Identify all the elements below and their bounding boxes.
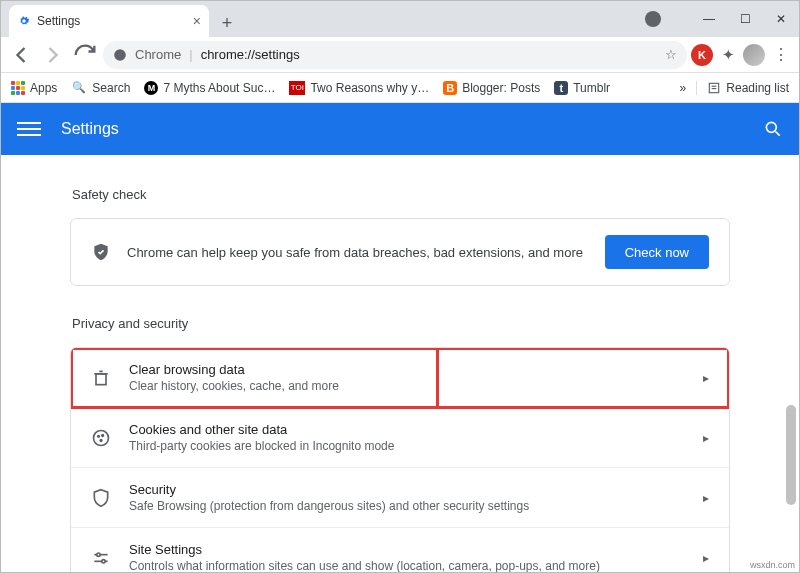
bookmark-two-reasons[interactable]: TOI Two Reasons why y… [289, 81, 429, 95]
chrome-menu-button[interactable]: ⋮ [769, 45, 793, 64]
trash-icon [91, 368, 111, 388]
gear-icon [17, 14, 31, 28]
chevron-right-icon: ▸ [703, 371, 709, 385]
row-subtitle: Safe Browsing (protection from dangerous… [129, 499, 685, 513]
blogger-icon: B [443, 81, 457, 95]
browser-tab[interactable]: Settings × [9, 5, 209, 37]
settings-content: Safety check Chrome can help keep you sa… [1, 155, 799, 572]
bookmarks-overflow-button[interactable]: » [680, 81, 687, 95]
cookie-icon [91, 428, 111, 448]
extension-k-icon[interactable]: K [691, 44, 713, 66]
bookmark-apps[interactable]: Apps [11, 81, 57, 95]
svg-point-10 [98, 435, 100, 437]
privacy-heading: Privacy and security [72, 316, 730, 331]
settings-search-button[interactable] [763, 119, 783, 139]
toi-icon: TOI [289, 81, 305, 95]
back-button[interactable] [7, 41, 35, 69]
incognito-avatar-icon[interactable] [645, 11, 661, 27]
shield-icon [91, 488, 111, 508]
url-text: chrome://settings [201, 47, 300, 62]
watermark: wsxdn.com [750, 560, 795, 570]
close-tab-icon[interactable]: × [193, 13, 201, 29]
search-icon: 🔍 [71, 80, 87, 96]
scrollbar-thumb[interactable] [786, 405, 796, 505]
site-info-icon[interactable] [113, 48, 127, 62]
cookies-row[interactable]: Cookies and other site data Third-party … [71, 408, 729, 468]
new-tab-button[interactable]: + [213, 9, 241, 37]
row-title: Security [129, 482, 685, 497]
bookmark-blogger[interactable]: B Blogger: Posts [443, 81, 540, 95]
profile-avatar-icon[interactable] [743, 44, 765, 66]
site-settings-row[interactable]: Site Settings Controls what information … [71, 528, 729, 572]
bookmark-star-icon[interactable]: ☆ [665, 47, 677, 62]
bookmarks-bar: Apps 🔍 Search M 7 Myths About Suc… TOI T… [1, 73, 799, 103]
row-subtitle: Third-party cookies are blocked in Incog… [129, 439, 685, 453]
forward-button[interactable] [39, 41, 67, 69]
chevron-right-icon: ▸ [703, 431, 709, 445]
shield-check-icon [91, 242, 111, 262]
svg-point-9 [94, 430, 109, 445]
hamburger-menu-button[interactable] [17, 117, 41, 141]
row-subtitle: Controls what information sites can use … [129, 559, 685, 572]
chevron-right-icon: ▸ [703, 551, 709, 565]
window-close-button[interactable]: ✕ [763, 5, 799, 33]
reading-list-icon [707, 81, 721, 95]
tab-title: Settings [37, 14, 80, 28]
address-bar[interactable]: Chrome | chrome://settings ☆ [103, 41, 687, 69]
tumblr-icon: t [554, 81, 568, 95]
url-chip: Chrome [135, 47, 181, 62]
row-title: Clear browsing data [129, 362, 685, 377]
svg-point-15 [97, 553, 100, 556]
sliders-icon [91, 548, 111, 568]
svg-point-16 [102, 559, 105, 562]
medium-icon: M [144, 81, 158, 95]
apps-grid-icon [11, 81, 25, 95]
safety-check-heading: Safety check [72, 187, 730, 202]
window-titlebar: Settings × + — ☐ ✕ [1, 1, 799, 37]
privacy-list: Clear browsing data Clear history, cooki… [70, 347, 730, 572]
svg-point-11 [102, 434, 104, 436]
bookmark-search[interactable]: 🔍 Search [71, 80, 130, 96]
page-title: Settings [61, 120, 119, 138]
browser-toolbar: Chrome | chrome://settings ☆ K ✦ ⋮ [1, 37, 799, 73]
svg-line-5 [776, 132, 780, 136]
svg-rect-6 [96, 373, 106, 384]
window-minimize-button[interactable]: — [691, 5, 727, 33]
extensions-puzzle-icon[interactable]: ✦ [717, 44, 739, 66]
reading-list-button[interactable]: Reading list [696, 81, 789, 95]
safety-check-text: Chrome can help keep you safe from data … [127, 245, 589, 260]
row-title: Site Settings [129, 542, 685, 557]
check-now-button[interactable]: Check now [605, 235, 709, 269]
settings-header: Settings [1, 103, 799, 155]
safety-check-card: Chrome can help keep you safe from data … [70, 218, 730, 286]
svg-point-12 [100, 439, 102, 441]
bookmark-tumblr[interactable]: t Tumblr [554, 81, 610, 95]
clear-browsing-data-row[interactable]: Clear browsing data Clear history, cooki… [71, 348, 729, 408]
reload-button[interactable] [71, 41, 99, 69]
bookmark-myths[interactable]: M 7 Myths About Suc… [144, 81, 275, 95]
security-row[interactable]: Security Safe Browsing (protection from … [71, 468, 729, 528]
svg-point-4 [766, 122, 776, 132]
row-title: Cookies and other site data [129, 422, 685, 437]
chevron-right-icon: ▸ [703, 491, 709, 505]
svg-point-0 [114, 49, 126, 61]
row-subtitle: Clear history, cookies, cache, and more [129, 379, 685, 393]
window-maximize-button[interactable]: ☐ [727, 5, 763, 33]
